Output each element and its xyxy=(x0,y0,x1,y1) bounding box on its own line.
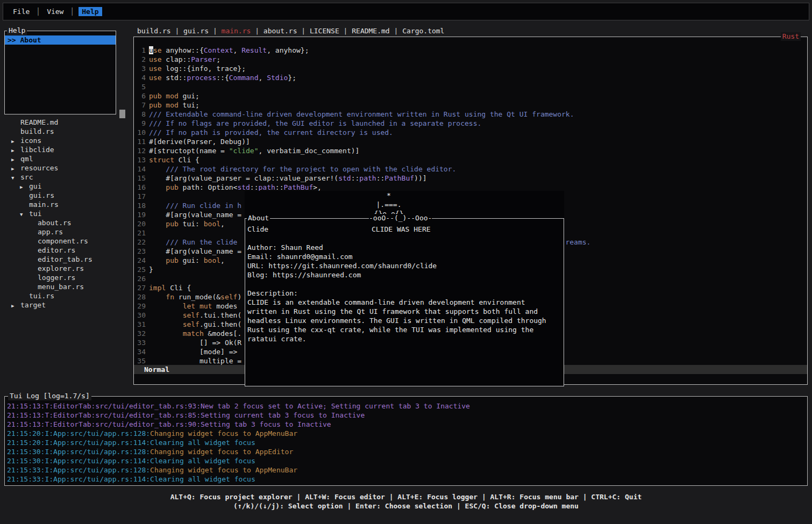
tab-LICENSE[interactable]: LICENSE xyxy=(310,27,339,35)
code-token xyxy=(149,183,166,191)
code-token xyxy=(149,329,183,338)
code-text: match &modes[. xyxy=(149,329,241,338)
code-text: use std::process::{Command, Stdio}; xyxy=(149,74,296,82)
code-token: ; xyxy=(216,55,220,63)
tab-README.md[interactable]: README.md xyxy=(352,27,389,35)
code-text: [] => Ok(R xyxy=(149,339,241,347)
explorer-item-src[interactable]: ▼src xyxy=(4,173,129,182)
explorer-item-menu_bar.rs[interactable]: menu_bar.rs xyxy=(4,282,129,291)
explorer-item-app.rs[interactable]: app.rs xyxy=(4,227,129,236)
menu-item-file[interactable]: File xyxy=(11,7,32,16)
tab-separator: | xyxy=(171,27,183,35)
explorer-item-logger.rs[interactable]: logger.rs xyxy=(4,273,129,282)
about-popup-row: CLIDE is an extendable command-line driv… xyxy=(247,298,564,307)
log-entry-message: New tab 2 focus set to Active; Setting c… xyxy=(201,402,470,410)
code-token: clap:: xyxy=(161,55,191,63)
ascii-art-line: * xyxy=(374,191,404,200)
code-token: PathBuf xyxy=(384,174,414,182)
log-entry-message: Setting current tab 3 focus to Inactive xyxy=(201,411,365,419)
code-token: Stdio xyxy=(267,74,288,82)
code-token: gui; xyxy=(179,92,200,100)
code-line-2[interactable]: 2use clap::Parser; xyxy=(134,55,807,64)
code-line-15[interactable]: 15 #[arg(value_parser = clap::value_pars… xyxy=(134,174,807,183)
code-token xyxy=(149,302,183,310)
explorer-item-tui.rs[interactable]: tui.rs xyxy=(4,291,129,300)
code-line-8[interactable]: 8/// Extendable command-line driven deve… xyxy=(134,110,807,119)
code-line-11[interactable]: 11#[derive(Parser, Debug)] xyxy=(134,137,807,146)
code-token: process xyxy=(187,74,216,82)
explorer-item-tui[interactable]: ▼tui xyxy=(4,209,129,218)
explorer-item-README.md[interactable]: README.md xyxy=(4,118,129,127)
log-entry: 21:15:13:T:EditorTab:src/tui/editor_tab.… xyxy=(7,411,807,420)
explorer-item-about.rs[interactable]: about.rs xyxy=(4,218,129,227)
code-line-14[interactable]: 14 /// The root directory for the projec… xyxy=(134,164,807,174)
explorer-item-explorer.rs[interactable]: explorer.rs xyxy=(4,264,129,273)
code-line-6[interactable]: 6pub mod gui; xyxy=(134,91,807,101)
explorer-item-label: README.md xyxy=(20,118,58,126)
code-text: impl Cli { xyxy=(149,284,191,292)
code-token: pub xyxy=(166,220,178,228)
explorer-item-main.rs[interactable]: main.rs xyxy=(4,200,129,209)
explorer-item-component.rs[interactable]: component.rs xyxy=(4,236,129,246)
menu-item-view[interactable]: View xyxy=(45,7,66,16)
code-token: pub xyxy=(166,183,178,191)
line-number: 20 xyxy=(134,219,146,228)
explorer-item-editor_tab.rs[interactable]: editor_tab.rs xyxy=(4,255,129,264)
explorer-item-gui.rs[interactable]: gui.rs xyxy=(4,191,129,200)
explorer-item-icons[interactable]: ▶icons xyxy=(4,136,129,145)
about-popup: *|.===.{}o o{} About -ooO--(_)--Ooo- Cli… xyxy=(245,191,564,386)
line-number: 3 xyxy=(134,64,146,73)
log-entry-message: Clearing all widget focus xyxy=(150,439,255,447)
line-number: 35 xyxy=(134,356,146,365)
code-line-13[interactable]: 13struct Cli { xyxy=(134,155,807,164)
tab-build.rs[interactable]: build.rs xyxy=(137,27,171,35)
explorer-item-editor.rs[interactable]: editor.rs xyxy=(4,246,129,255)
explorer-scrollbar-thumb[interactable] xyxy=(119,110,125,118)
menu-item-help[interactable]: Help xyxy=(79,7,102,16)
explorer-item-build.rs[interactable]: build.rs xyxy=(4,127,129,136)
code-line-9[interactable]: 9/// If no flags are provided, the GUI e… xyxy=(134,119,807,128)
code-token: pub xyxy=(149,92,161,100)
code-text: #[structopt(name = "clide", verbatim_doc… xyxy=(149,147,359,155)
explorer-item-resources[interactable]: ▶resources xyxy=(4,163,129,173)
explorer-item-target[interactable]: ▶target xyxy=(4,300,129,310)
tab-separator: | xyxy=(339,27,352,35)
line-number: 15 xyxy=(134,174,146,183)
tab-separator: | xyxy=(297,27,309,35)
code-text: pub path: Option<std::path::PathBuf>, xyxy=(149,183,322,191)
code-token: }; xyxy=(288,74,296,82)
code-line-3[interactable]: 3use log::{info, trace}; xyxy=(134,64,807,73)
code-token: #[arg(value_name = xyxy=(149,247,241,255)
chevron-collapsed-icon[interactable]: ▶ xyxy=(8,302,20,311)
code-text: #[arg(value_parser = clap::value_parser!… xyxy=(149,174,427,182)
explorer-item-gui[interactable]: ▶gui xyxy=(4,182,129,191)
code-token: pub xyxy=(166,256,178,264)
log-entry-message: Changing widget focus to AppMenuBar xyxy=(150,466,297,474)
code-token: anyhow::{ xyxy=(161,46,203,54)
menu-option-about[interactable]: >> About xyxy=(5,35,116,45)
code-line-1[interactable]: 1use anyhow::{Context, Result, anyhow}; xyxy=(134,46,807,55)
code-token xyxy=(149,238,166,246)
line-number: 21 xyxy=(134,228,146,238)
code-token: gui: xyxy=(179,256,204,264)
tab-gui.rs[interactable]: gui.rs xyxy=(183,27,209,35)
code-token: :: xyxy=(250,183,259,191)
code-token: :: xyxy=(376,174,385,182)
code-line-7[interactable]: 7pub mod tui; xyxy=(134,101,807,110)
about-popup-row: written in Rust using the Qt UI framewor… xyxy=(247,307,564,316)
line-number: 28 xyxy=(134,292,146,302)
line-number: 24 xyxy=(134,256,146,265)
code-line-4[interactable]: 4use std::process::{Command, Stdio}; xyxy=(134,73,807,82)
tab-main.rs[interactable]: main.rs xyxy=(222,27,251,35)
code-token: mut xyxy=(200,302,212,310)
code-line-10[interactable]: 10/// If no path is provided, the curren… xyxy=(134,128,807,137)
code-line-12[interactable]: 12#[structopt(name = "clide", verbatim_d… xyxy=(134,146,807,155)
code-line-5[interactable]: 5 xyxy=(134,82,807,91)
tab-Cargo.toml[interactable]: Cargo.toml xyxy=(402,27,444,35)
explorer-item-qml[interactable]: ▶qml xyxy=(4,154,129,163)
help-line-2: (↑/k)/(↓/j): Select option | Enter: Choo… xyxy=(0,501,812,511)
tab-separator: | xyxy=(390,27,402,35)
tab-about.rs[interactable]: about.rs xyxy=(263,27,297,35)
explorer-item-libclide[interactable]: ▶libclide xyxy=(4,145,129,154)
keybinding-help-bar: ALT+Q: Focus project explorer | ALT+W: F… xyxy=(0,492,812,511)
